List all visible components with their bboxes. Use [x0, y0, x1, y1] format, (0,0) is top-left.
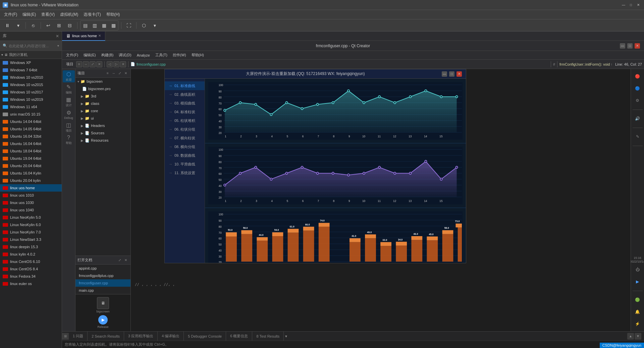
qt-menu-controls[interactable]: 控件(W) [170, 52, 189, 58]
minimize-button[interactable]: — [621, 2, 627, 8]
menu-tab[interactable]: 选项卡(T) [81, 11, 103, 18]
project-close-btn[interactable]: ✕ [123, 71, 128, 76]
snapshot-manage-button[interactable]: ⊟ [65, 21, 74, 30]
list-item[interactable]: linux uos 1040 [0, 206, 62, 214]
scroll-up-btn[interactable]: ▲ [627, 333, 634, 340]
list-item[interactable]: Ubuntu 16.04 Kylin [0, 169, 62, 177]
snapshot-take-button[interactable]: ⊞ [54, 21, 64, 30]
list-item[interactable]: linux uos 1030 [0, 199, 62, 206]
tree-item-core[interactable]: ▶ 📁 core [75, 107, 130, 115]
menu-edit[interactable]: 编辑(E) [20, 11, 39, 18]
toolbar-close-button[interactable]: ✕ [96, 61, 102, 67]
list-item[interactable]: Ubuntu 14.04 64bit [0, 118, 62, 125]
dialog-maximize-btn[interactable]: □ [449, 71, 454, 77]
chart-menu-item-02[interactable]: → 02. 曲线面积 [165, 90, 205, 99]
qt-close-button[interactable]: ✕ [635, 43, 640, 49]
project-filter-btn[interactable]: ≡ [105, 71, 110, 76]
tree-item-bigscreen-pro[interactable]: 📄 bigscreen.pro [75, 85, 130, 92]
sidebar-btn-debug[interactable]: ⚙ Debug [63, 109, 75, 121]
recent-close-btn[interactable]: ✕ [123, 258, 128, 263]
chart-menu-item-10[interactable]: → 10. 平滑曲线 [165, 160, 205, 168]
tree-item-bigscreen[interactable]: ▾ 📁 bigscreen [75, 78, 130, 85]
close-button[interactable]: ✕ [635, 2, 641, 8]
sidebar-btn-welcome[interactable]: ⬡ 欢迎 [63, 70, 75, 82]
list-item[interactable]: linux CentOS 6.10 [0, 258, 62, 265]
toolbar-project[interactable]: 项目 [64, 61, 75, 67]
sidebar-btn-help[interactable]: ? 帮助 [63, 134, 75, 146]
menu-file[interactable]: 文件(F) [1, 11, 20, 18]
chart-menu-item-03[interactable]: → 03. 模拟曲线 [165, 99, 205, 108]
menu-view[interactable]: 查看(V) [39, 11, 57, 18]
list-item[interactable]: Ubuntu 20.04 kylin [0, 177, 62, 184]
project-sync-btn[interactable]: ↔ [111, 71, 116, 76]
fullscreen-button[interactable]: ⛶ [124, 21, 133, 30]
recent-item-appinit[interactable]: appinit.cpp [75, 265, 130, 272]
toolbar-filter-button[interactable]: ≡ [76, 61, 82, 67]
list-item[interactable]: Ubuntu 16.04 64bit [0, 140, 62, 147]
chart-menu-item-06[interactable]: → 06. 柱状分组 [165, 125, 205, 134]
activity-icon-3[interactable]: ⚙ [632, 94, 644, 107]
chart-menu-item-07[interactable]: → 07. 横向柱状 [165, 134, 205, 142]
vm-section-my-computer[interactable]: ▾ 🖥 我的计算机 [0, 51, 62, 59]
list-item[interactable]: Windows 7 64bit [0, 66, 62, 74]
chart-menu-item-05[interactable]: → 05. 柱状堆积 [165, 116, 205, 125]
menu-vm[interactable]: 虚拟机(M) [57, 11, 81, 18]
list-item[interactable]: Windows 10 vs2019 [0, 96, 62, 103]
qt-menu-help[interactable]: 帮助(H) [189, 52, 207, 58]
dialog-minimize-btn[interactable]: — [442, 71, 447, 77]
view-btn-3[interactable]: ▦ [99, 21, 109, 30]
chart-menu-item-01[interactable]: → 01. 标准曲线 [165, 81, 205, 90]
qt-menu-file[interactable]: 文件(F) [63, 52, 81, 58]
tree-item-ui[interactable]: ▶ 📁 ui [75, 115, 130, 122]
maximize-button[interactable]: □ [628, 2, 634, 8]
recent-item-frmconfiguser[interactable]: frmconfiguser.cpp [75, 279, 130, 287]
list-item[interactable]: Ubuntu 14.05 64bit [0, 125, 62, 133]
chart-menu-item-11[interactable]: → 11. 系统设置 [165, 168, 205, 177]
send-ctrl-alt-del-button[interactable]: ⎋ [29, 21, 38, 30]
qt-minimize-button[interactable]: — [620, 43, 625, 49]
list-item[interactable]: Windows 10 vs2017 [0, 88, 62, 96]
view-btn-1[interactable]: ▤ [80, 21, 90, 30]
snapshot-restore-button[interactable]: ↩ [44, 21, 53, 30]
bottom-tab-dropdown-icon[interactable]: ▾ [285, 334, 287, 339]
list-item[interactable]: Linux NeoKylin 6.0 [0, 221, 62, 228]
list-item[interactable]: linux uos 1010 [0, 192, 62, 199]
unity-button[interactable]: ⬡ [139, 21, 149, 30]
search-dropdown-icon[interactable]: ▾ [57, 44, 59, 48]
qt-menu-edit[interactable]: 编辑(E) [81, 52, 99, 58]
activity-icon-4[interactable]: 🔊 [632, 113, 644, 125]
qt-menu-analyze[interactable]: Analyze [134, 53, 153, 58]
vm-panel-close[interactable]: ✕ [56, 34, 59, 39]
project-expand-btn[interactable]: ⤢ [117, 71, 122, 76]
list-item[interactable]: unix macOS 10.15 [0, 111, 62, 118]
tree-item-sources[interactable]: ▶ 📑 Sources [75, 129, 130, 137]
list-item[interactable]: Windows 11 x64 [0, 103, 62, 111]
chart-menu-item-08[interactable]: → 08. 横向分组 [165, 142, 205, 151]
list-item[interactable]: Windows 10 vs2015 [0, 81, 62, 88]
activity-icon-2[interactable]: 🔵 [632, 82, 644, 94]
qt-menu-tools[interactable]: 工具(T) [153, 52, 170, 58]
sidebar-btn-design[interactable]: ▦ 设计 [63, 96, 75, 108]
activity-icon-6[interactable]: 🟢 [632, 294, 644, 306]
scroll-down-btn[interactable]: ▼ [635, 333, 641, 340]
list-item[interactable]: Windows XP [0, 59, 62, 66]
list-item[interactable]: Linux NewStart 3.3 [0, 236, 62, 243]
recent-item-frmconfigpollplus[interactable]: frmconfigpollplus.cpp [75, 272, 130, 279]
sidebar-btn-project[interactable]: ◫ 项目 [63, 121, 75, 133]
recent-item-main[interactable]: main.cpp [75, 287, 130, 294]
tree-item-resources[interactable]: ▶ 📑 Resources [75, 137, 130, 144]
bottom-panel-expand-btn[interactable]: ⊞ [62, 333, 69, 340]
tab-close-icon[interactable]: ✕ [98, 34, 101, 38]
toolbar-back-button[interactable]: ◁ [107, 61, 113, 67]
activity-icon-8[interactable]: ⚡ [632, 318, 644, 330]
qt-menu-debug[interactable]: 调试(D) [116, 52, 134, 58]
tab-linux-uos-home[interactable]: 🖥 linux uos home ✕ [62, 31, 105, 41]
chart-menu-item-09[interactable]: → 09. 数据曲线 [165, 151, 205, 160]
tree-item-headers[interactable]: ▶ 📑 Headers [75, 122, 130, 129]
bottom-tab-compile[interactable]: 4 编译输出 [158, 332, 184, 341]
list-item[interactable]: Linux NeoKylin 7.0 [0, 228, 62, 236]
search-input[interactable] [9, 44, 56, 48]
tree-item-class[interactable]: ▶ 📁 class [75, 100, 130, 107]
chart-menu-item-04[interactable]: → 04. 标准柱状 [165, 108, 205, 116]
list-item[interactable]: Windows 10 vs2010 [0, 74, 62, 81]
